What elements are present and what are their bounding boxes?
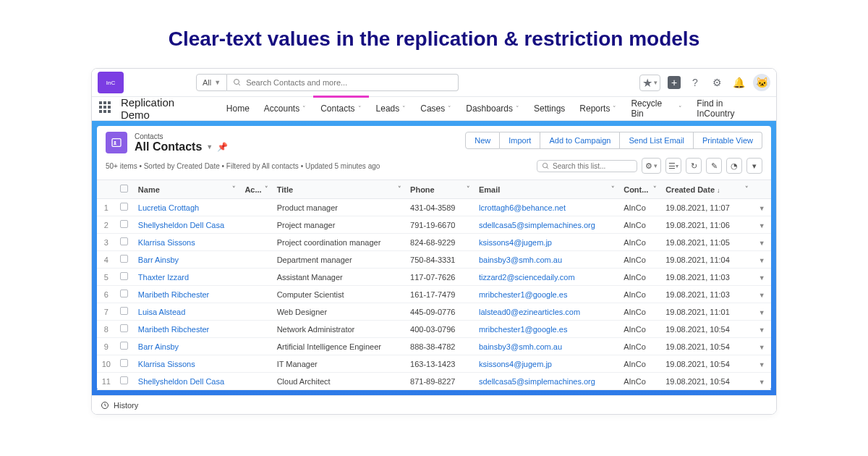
row-actions[interactable]: ▼ <box>753 355 771 373</box>
global-search-input[interactable] <box>246 78 452 87</box>
list-search[interactable] <box>537 160 637 172</box>
send-list-email-button[interactable]: Send List Email <box>620 132 693 149</box>
row-actions[interactable]: ▼ <box>753 286 771 303</box>
row-actions[interactable]: ▼ <box>753 199 771 216</box>
col-account[interactable]: Ac...˅ <box>240 180 272 199</box>
row-email[interactable]: lcrottagh6@behance.net <box>475 199 619 216</box>
checkbox-icon[interactable] <box>120 255 128 263</box>
row-checkbox[interactable] <box>116 286 134 303</box>
search-scope-button[interactable]: All ▼ <box>196 74 227 91</box>
row-name[interactable]: Maribeth Ribchester <box>134 286 241 303</box>
import-button[interactable]: Import <box>500 132 540 149</box>
row-checkbox[interactable] <box>116 338 134 355</box>
display-as-button[interactable]: ☰▾ <box>665 158 681 174</box>
row-name[interactable]: Thaxter Izzard <box>134 269 241 286</box>
row-name[interactable]: Lucretia Crottagh <box>134 199 241 216</box>
row-checkbox[interactable] <box>116 216 134 234</box>
favorites-button[interactable]: ★ ▾ <box>639 75 660 91</box>
row-checkbox[interactable] <box>116 321 134 338</box>
history-bar[interactable]: History <box>92 395 776 414</box>
col-checkbox[interactable] <box>116 180 134 199</box>
checkbox-icon[interactable] <box>120 342 128 350</box>
nav-item-find-in-incountry[interactable]: Find in InCountry <box>689 96 769 121</box>
list-settings-button[interactable]: ⚙▾ <box>642 158 661 174</box>
col-email[interactable]: Email˅ <box>475 180 619 199</box>
nav-item-settings[interactable]: Settings <box>527 96 572 121</box>
col-created[interactable]: Created Date↓˅ <box>661 180 752 199</box>
row-name[interactable]: Barr Ainsby <box>134 251 241 269</box>
col-name[interactable]: Name˅ <box>134 180 241 199</box>
checkbox-icon[interactable] <box>120 376 128 384</box>
row-checkbox[interactable] <box>116 269 134 286</box>
checkbox-icon[interactable] <box>120 220 128 228</box>
col-phone[interactable]: Phone˅ <box>406 180 475 199</box>
row-name[interactable]: Shellysheldon Dell Casa <box>134 373 241 390</box>
row-checkbox[interactable] <box>116 373 134 390</box>
row-checkbox[interactable] <box>116 355 134 373</box>
checkbox-icon[interactable] <box>120 185 128 193</box>
row-actions[interactable]: ▼ <box>753 321 771 338</box>
list-search-input[interactable] <box>553 162 632 170</box>
filter-button[interactable]: ▾ <box>746 158 762 174</box>
row-name[interactable]: Klarrisa Sissons <box>134 234 241 251</box>
nav-item-accounts[interactable]: Accounts˅ <box>257 96 313 121</box>
refresh-button[interactable]: ↻ <box>686 158 702 174</box>
row-name[interactable]: Shellysheldon Dell Casa <box>134 216 241 234</box>
row-email[interactable]: bainsby3@smh.com.au <box>475 251 619 269</box>
app-logo[interactable]: InC <box>98 72 124 93</box>
row-actions[interactable]: ▼ <box>753 216 771 234</box>
new-button[interactable]: New <box>465 132 500 149</box>
row-email[interactable]: mribchester1@google.es <box>475 321 619 338</box>
checkbox-icon[interactable] <box>120 307 128 315</box>
row-name[interactable]: Barr Ainsby <box>134 338 241 355</box>
printable-view-button[interactable]: Printable View <box>694 132 762 149</box>
row-actions[interactable]: ▼ <box>753 251 771 269</box>
nav-item-reports[interactable]: Reports˅ <box>572 96 624 121</box>
app-launcher-icon[interactable] <box>99 101 114 116</box>
search-input-wrap[interactable] <box>227 74 459 91</box>
add-to-campaign-button[interactable]: Add to Campaign <box>540 132 620 149</box>
checkbox-icon[interactable] <box>120 272 128 280</box>
row-actions[interactable]: ▼ <box>753 269 771 286</box>
chart-button[interactable]: ◔ <box>726 158 742 174</box>
row-checkbox[interactable] <box>116 251 134 269</box>
row-email[interactable]: ksissons4@jugem.jp <box>475 234 619 251</box>
row-email[interactable]: mribchester1@google.es <box>475 286 619 303</box>
row-checkbox[interactable] <box>116 199 134 216</box>
nav-item-recycle-bin[interactable]: Recycle Bin˅ <box>624 96 689 121</box>
row-checkbox[interactable] <box>116 303 134 321</box>
checkbox-icon[interactable] <box>120 237 128 245</box>
setup-button[interactable]: ⚙ <box>710 75 724 90</box>
nav-item-cases[interactable]: Cases˅ <box>413 96 459 121</box>
help-button[interactable]: ? <box>688 75 702 90</box>
col-cont[interactable]: Cont...˅ <box>619 180 661 199</box>
col-title[interactable]: Title˅ <box>273 180 406 199</box>
checkbox-icon[interactable] <box>120 290 128 297</box>
listview-name[interactable]: All Contacts <box>135 140 202 153</box>
row-actions[interactable]: ▼ <box>753 303 771 321</box>
row-email[interactable]: sdellcasa5@simplemachines.org <box>475 373 619 390</box>
caret-down-icon[interactable]: ▼ <box>206 143 213 151</box>
notifications-button[interactable]: 🔔 <box>731 75 746 90</box>
edit-button[interactable]: ✎ <box>706 158 722 174</box>
checkbox-icon[interactable] <box>120 324 128 332</box>
nav-item-home[interactable]: Home <box>219 96 257 121</box>
add-button[interactable]: + <box>668 76 681 89</box>
row-email[interactable]: sdellcasa5@simplemachines.org <box>475 216 619 234</box>
checkbox-icon[interactable] <box>120 203 128 211</box>
nav-item-dashboards[interactable]: Dashboards˅ <box>459 96 527 121</box>
nav-item-contacts[interactable]: Contacts˅ <box>313 96 368 121</box>
nav-item-leads[interactable]: Leads˅ <box>369 96 414 121</box>
pin-icon[interactable]: 📌 <box>217 142 228 152</box>
row-name[interactable]: Luisa Alstead <box>134 303 241 321</box>
row-actions[interactable]: ▼ <box>753 373 771 390</box>
row-actions[interactable]: ▼ <box>753 234 771 251</box>
row-name[interactable]: Maribeth Ribchester <box>134 321 241 338</box>
row-name[interactable]: Klarrisa Sissons <box>134 355 241 373</box>
row-email[interactable]: lalstead0@ezinearticles.com <box>475 303 619 321</box>
row-checkbox[interactable] <box>116 234 134 251</box>
checkbox-icon[interactable] <box>120 359 128 367</box>
row-email[interactable]: tizzard2@sciencedaily.com <box>475 269 619 286</box>
row-email[interactable]: bainsby3@smh.com.au <box>475 338 619 355</box>
row-actions[interactable]: ▼ <box>753 338 771 355</box>
